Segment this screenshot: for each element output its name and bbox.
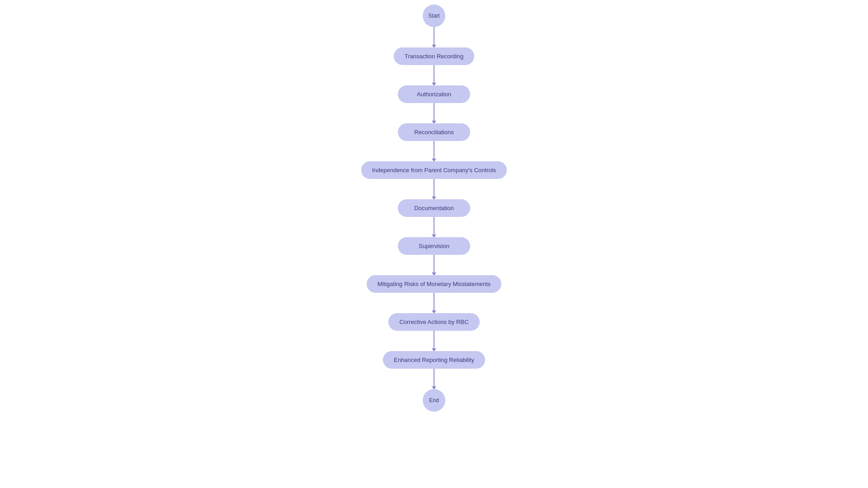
- node-corrective-actions[interactable]: Corrective Actions by RBC: [388, 313, 479, 331]
- node-enhanced-reporting[interactable]: Enhanced Reporting Reliability: [383, 351, 485, 369]
- connector-4: [434, 141, 434, 161]
- node-transaction-recording[interactable]: Transaction Recording: [394, 47, 474, 65]
- connector-3: [434, 103, 434, 123]
- connector-2: [434, 65, 434, 85]
- connector-10: [434, 369, 434, 389]
- connector-9: [434, 331, 434, 351]
- flowchart: Start Transaction Recording Authorizatio…: [361, 0, 507, 412]
- connector-6: [434, 217, 434, 237]
- node-end[interactable]: End: [423, 389, 445, 412]
- node-reconciliations[interactable]: Reconciliations: [398, 123, 470, 141]
- node-mitigating-risks[interactable]: Mitigating Risks of Monetary Misstatemen…: [367, 275, 502, 293]
- node-start[interactable]: Start: [423, 5, 445, 27]
- connector-1: [434, 27, 434, 47]
- connector-7: [434, 255, 434, 275]
- node-independence[interactable]: Independence from Parent Company's Contr…: [361, 161, 507, 179]
- connector-5: [434, 179, 434, 199]
- connector-8: [434, 293, 434, 313]
- node-documentation[interactable]: Documentation: [398, 199, 470, 217]
- node-supervision[interactable]: Supervision: [398, 237, 470, 255]
- node-authorization[interactable]: Authorization: [398, 85, 470, 103]
